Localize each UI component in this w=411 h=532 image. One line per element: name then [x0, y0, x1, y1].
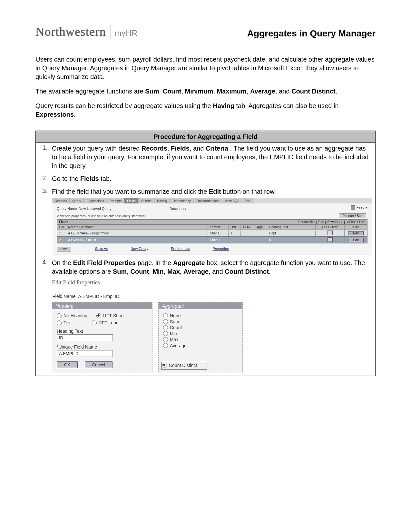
- unique-field-label: *Unique Field Name: [57, 344, 148, 350]
- step-4-text: On the Edit Field Properties page, in th…: [52, 259, 372, 276]
- step-number: 1.: [36, 143, 49, 173]
- intro-block: Users can count employees, sum payroll d…: [35, 55, 376, 119]
- edit-button[interactable]: Edit: [348, 238, 363, 242]
- feed-icon: [351, 205, 355, 210]
- procedure-heading: Procedure for Aggregating a Field: [36, 131, 375, 143]
- new-query-link[interactable]: New Query: [131, 247, 148, 251]
- tab-run[interactable]: Run: [242, 198, 253, 203]
- cancel-button[interactable]: Cancel: [85, 361, 113, 368]
- preferences-link[interactable]: Preferences: [171, 247, 190, 251]
- feed-link[interactable]: Feed ▾: [351, 205, 367, 210]
- step-number: 4.: [36, 257, 49, 376]
- step-number: 3.: [36, 186, 49, 257]
- table-row: 4. On the Edit Field Properties page, in…: [36, 257, 375, 376]
- radio-average[interactable]: Average: [163, 343, 187, 348]
- radio-none[interactable]: None: [163, 313, 181, 318]
- edit-button[interactable]: Edit: [348, 231, 363, 235]
- properties-link[interactable]: Properties: [213, 247, 229, 251]
- step-1-text: Create your query with desired Records, …: [49, 143, 376, 173]
- save-as-link[interactable]: Save As: [95, 247, 108, 251]
- heading-text-label: Heading Text: [57, 329, 148, 334]
- grid-header: Col Record.Fieldname Format Ord XLAT Agg…: [57, 224, 367, 230]
- efp-fieldname-label: Field Name: [53, 294, 76, 299]
- intro-p1: Users can count employees, sum payroll d…: [35, 55, 376, 81]
- table-row: 1 A.DEPTNAME - Department Char30 1 Dept …: [57, 230, 367, 237]
- ok-button[interactable]: OK: [57, 361, 78, 368]
- tab-criteria[interactable]: Criteria: [139, 198, 154, 203]
- edit-field-properties-panel: Edit Field Properties Field Name A.EMPLI…: [52, 279, 252, 373]
- radio-count[interactable]: Count: [163, 325, 182, 330]
- radio-count-distinct[interactable]: Count Distinct: [162, 363, 197, 368]
- heading-panel-title: Heading: [52, 302, 152, 309]
- table-row: 1. Create your query with desired Record…: [36, 143, 375, 173]
- radio-min[interactable]: Min: [163, 331, 177, 336]
- step-3-text: Find the field that you want to summariz…: [52, 187, 372, 196]
- add-criteria-icon[interactable]: [328, 237, 333, 242]
- fields-section-title: Fields: [59, 220, 68, 224]
- reorder-sort-button[interactable]: Reorder / Sort: [339, 213, 366, 218]
- tab-prompts[interactable]: Prompts: [107, 198, 124, 203]
- tab-view-sql[interactable]: View SQL: [222, 198, 242, 203]
- heading-text-input[interactable]: ID: [57, 334, 113, 341]
- page-title: Aggregates in Query Manager: [247, 28, 376, 39]
- count-distinct-highlight: Count Distinct: [161, 362, 207, 370]
- tab-records[interactable]: Records: [52, 198, 70, 203]
- description-label: Description: [170, 207, 187, 211]
- hint-text: View field properties, or use field as c…: [57, 214, 146, 218]
- radio-max[interactable]: Max: [163, 337, 178, 342]
- save-button[interactable]: Save: [57, 247, 71, 251]
- tab-fields[interactable]: Fields: [124, 198, 139, 203]
- query-name-label: Query Name: [57, 207, 77, 211]
- footer-links: Save Save As New Query Preferences Prope…: [57, 247, 367, 251]
- qm-tab-bar: Records Query Expressions Prompts Fields…: [52, 198, 372, 203]
- radio-rft-short[interactable]: RFT Short: [96, 313, 124, 318]
- brand-block: Northwestern myHR: [35, 25, 138, 39]
- table-row: 2. Go to the Fields tab.: [36, 173, 375, 186]
- radio-rft-long[interactable]: RFT Long: [92, 320, 119, 325]
- table-row: 2 A.EMPLID - Empl ID Char11 ID Edit: [57, 237, 367, 243]
- tab-expressions[interactable]: Expressions: [84, 198, 107, 203]
- query-manager-panel: Records Query Expressions Prompts Fields…: [52, 198, 372, 254]
- tab-transformations[interactable]: Transformations: [193, 198, 222, 203]
- aggregate-panel: Aggregate None Sum Count Min Max Average…: [158, 302, 243, 373]
- tab-query[interactable]: Query: [70, 198, 84, 203]
- unique-field-input[interactable]: A.EMPLID: [57, 350, 113, 357]
- tab-having[interactable]: Having: [154, 198, 170, 203]
- aggregate-panel-title: Aggregate: [159, 302, 242, 309]
- brand-northwestern: Northwestern: [35, 25, 111, 39]
- procedure-table: Procedure for Aggregating a Field 1. Cre…: [35, 131, 376, 376]
- intro-p2: The available aggregate functions are Su…: [35, 87, 376, 96]
- step-2-text: Go to the Fields tab.: [49, 173, 376, 186]
- radio-text[interactable]: Text: [57, 320, 72, 325]
- radio-no-heading[interactable]: No Heading: [57, 313, 87, 318]
- radio-sum[interactable]: Sum: [163, 319, 179, 324]
- grid-nav[interactable]: Personalize | Find | View All | ⇤ | ⇥ Fi…: [298, 220, 365, 224]
- heading-panel: Heading No Heading RFT Short Text RFT Lo…: [52, 302, 152, 373]
- step-number: 2.: [36, 173, 49, 186]
- table-row: 3. Find the field that you want to summa…: [36, 186, 375, 257]
- intro-p3: Query results can be restricted by aggre…: [35, 102, 376, 119]
- efp-fieldname-value: A.EMPLID - Empl ID: [78, 294, 119, 299]
- efp-title: Edit Field Properties: [52, 279, 252, 286]
- query-name-value: New Unsaved Query: [79, 207, 112, 211]
- brand-myhr: myHR: [115, 29, 138, 37]
- add-criteria-icon[interactable]: [328, 231, 333, 235]
- tab-dependency[interactable]: Dependency: [170, 198, 193, 203]
